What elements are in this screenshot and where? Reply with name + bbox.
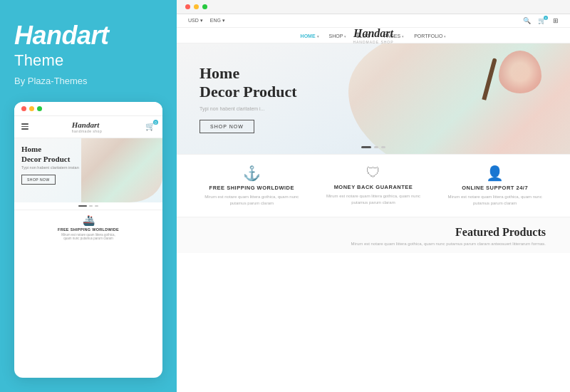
mobile-features: 🚢 FREE SHIPPING WORLDWIDE Mirum est nota… xyxy=(14,210,162,246)
desktop-nav: Handart Handmade Shop HOME ▾ SHOP ▾ BLOG… xyxy=(177,28,570,43)
mobile-cart-icon: 🛒 0 xyxy=(145,122,155,131)
search-icon[interactable]: 🔍 xyxy=(523,17,531,24)
hero-indicator-2 xyxy=(381,146,385,148)
mobile-preview-card: Handart handmade shop 🛒 0 Home Decor Pro… xyxy=(14,102,162,378)
hero-image-area xyxy=(334,43,570,154)
feature-moneyback-desc: Mirum est notare quam littera gothica, q… xyxy=(318,193,428,206)
brand-title: Handart xyxy=(14,21,162,50)
support-icon: 👤 xyxy=(486,165,504,182)
dot-red-icon xyxy=(21,106,26,111)
featured-products-title: Featured Products xyxy=(194,226,553,239)
mobile-titlebar xyxy=(14,102,162,116)
shield-icon: 🛡 xyxy=(366,165,380,181)
featured-products-subtitle: Mirum est notare quam littera gothica, q… xyxy=(194,241,553,247)
mobile-cart-badge: 0 xyxy=(153,120,158,125)
nav-link-portfolio[interactable]: PORTFOLIO ▾ xyxy=(414,33,446,38)
browser-dot-red xyxy=(185,4,190,9)
feature-shipping: ⚓ FREE SHIPPING WORLDWIDE Mirum est nota… xyxy=(197,165,307,207)
mobile-hero: Home Decor Product Typi non habent clari… xyxy=(14,138,162,202)
desktop-logo: Handart Handmade Shop xyxy=(353,27,393,44)
hero-indicator-1 xyxy=(374,146,378,148)
hero-indicator-active xyxy=(361,146,371,148)
feature-shipping-desc: Mirum est notare quam littera gothica, q… xyxy=(197,194,307,207)
hero-content: Home Decor Product Typi non habent clari… xyxy=(200,64,297,133)
mobile-feature-title: FREE SHIPPING WORLDWIDE xyxy=(58,227,119,232)
lang-arrow-icon: ▾ xyxy=(222,18,225,23)
feature-shipping-title: FREE SHIPPING WORLDWIDE xyxy=(209,185,294,191)
feature-support-title: ONLINE SUPPORT 24/7 xyxy=(462,185,528,191)
desktop-featured-section: Featured Products Mirum est notare quam … xyxy=(177,217,570,253)
indicator-dot-active xyxy=(78,205,87,207)
browser-dot-green xyxy=(202,4,207,9)
mobile-feature-item: 🚢 FREE SHIPPING WORLDWIDE Mirum est nota… xyxy=(21,215,155,242)
right-panel: USD ▾ ENG ▾ 🔍 🛒 0 ⊞ Handart xyxy=(177,0,570,392)
mobile-logo: Handart handmade shop xyxy=(72,120,102,133)
browser-titlebar xyxy=(177,0,570,14)
desktop-topbar: USD ▾ ENG ▾ 🔍 🛒 0 ⊞ xyxy=(177,14,570,28)
mobile-feature-desc: Mirum est notare quam littera gothica, q… xyxy=(61,233,115,242)
mobile-slide-indicator xyxy=(14,202,162,210)
hamburger-icon xyxy=(21,123,28,130)
lang-selector[interactable]: ENG ▾ xyxy=(210,18,225,24)
desktop-features: ⚓ FREE SHIPPING WORLDWIDE Mirum est nota… xyxy=(177,154,570,217)
hero-subtitle: Typi non habent claritatem i... xyxy=(200,105,297,113)
hero-slide-indicator xyxy=(361,146,385,148)
mobile-nav: Handart handmade shop 🛒 0 xyxy=(14,116,162,138)
indicator-dot-1 xyxy=(89,205,93,207)
mobile-ship-icon: 🚢 xyxy=(83,215,95,226)
nav-link-home[interactable]: HOME ▾ xyxy=(301,33,319,38)
dot-yellow-icon xyxy=(29,106,34,111)
feature-support-desc: Mirum est notare quam littera gothica, q… xyxy=(440,194,550,207)
brand-subtitle: Theme xyxy=(14,51,162,70)
ship-icon: ⚓ xyxy=(243,165,261,182)
topbar-right: 🔍 🛒 0 ⊞ xyxy=(523,17,559,24)
nav-link-shop[interactable]: SHOP ▾ xyxy=(329,33,347,38)
mobile-content: Handart handmade shop 🛒 0 Home Decor Pro… xyxy=(14,116,162,378)
hero-title: Home Decor Product xyxy=(200,64,297,102)
feature-moneyback-title: MONEY BACK GUARANTEE xyxy=(334,184,413,190)
feature-support: 👤 ONLINE SUPPORT 24/7 Mirum est notare q… xyxy=(440,165,550,207)
desktop-preview: USD ▾ ENG ▾ 🔍 🛒 0 ⊞ Handart xyxy=(177,14,570,392)
desktop-hero: Home Decor Product Typi non habent clari… xyxy=(177,43,570,154)
currency-arrow-icon: ▾ xyxy=(200,18,203,23)
dot-green-icon xyxy=(37,106,42,111)
topbar-left: USD ▾ ENG ▾ xyxy=(188,18,225,24)
browser-dot-yellow xyxy=(194,4,199,9)
currency-selector[interactable]: USD ▾ xyxy=(188,18,203,24)
cart-badge: 0 xyxy=(544,16,548,20)
brand-author: By Plaza-Themes xyxy=(14,76,162,86)
left-panel: Handart Theme By Plaza-Themes Handart ha… xyxy=(0,0,177,392)
cart-icon[interactable]: 🛒 0 xyxy=(538,17,546,24)
menu-grid-icon[interactable]: ⊞ xyxy=(553,17,559,24)
feature-moneyback: 🛡 MONEY BACK GUARANTEE Mirum est notare … xyxy=(318,165,428,207)
hero-shop-button[interactable]: SHOP NOW xyxy=(200,120,254,133)
mobile-shop-button[interactable]: SHOP NOW xyxy=(21,175,56,185)
mobile-hero-image xyxy=(81,138,162,202)
indicator-dot-2 xyxy=(95,205,98,207)
